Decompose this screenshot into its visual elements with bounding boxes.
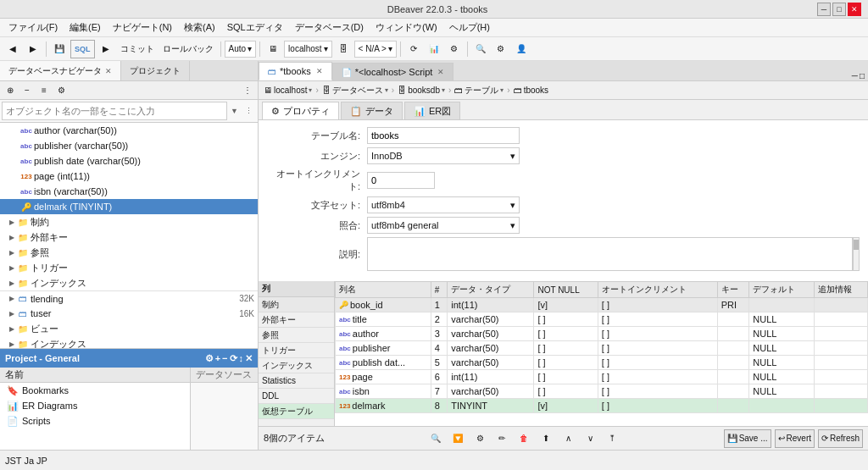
window-controls[interactable]: ─ □ ✕ [817, 3, 861, 16]
panel-minimize-btn[interactable]: ─ [852, 71, 858, 80]
project-add-btn[interactable]: + [215, 353, 220, 364]
settings-footer-btn[interactable]: ⚙ [470, 429, 489, 448]
project-refresh-btn[interactable]: ⟳ [230, 353, 237, 364]
table-row[interactable]: abctitle 2 varchar(50) [ ] [ ] NULL [336, 312, 868, 327]
nav-more-btn[interactable]: ⋮ [239, 83, 256, 98]
toolbar-search-btn[interactable]: 🔍 [471, 40, 490, 58]
script-tab-close[interactable]: ✕ [437, 68, 444, 76]
tab-script[interactable]: 📄 *<localhost> Script ✕ [332, 63, 454, 80]
table-row[interactable]: abcauthor 3 varchar(50) [ ] [ ] NULL [336, 327, 868, 341]
project-item-bookmarks[interactable]: 🔖 Bookmarks [0, 383, 190, 398]
toolbar-commit-btn[interactable]: コミット [117, 40, 158, 58]
minimize-button[interactable]: ─ [817, 3, 831, 16]
project-remove-btn[interactable]: − [222, 353, 227, 364]
tree-item-tlending[interactable]: ▶ 🗃 tlending 32K [0, 290, 258, 306]
toolbar-host-icon[interactable]: 🖥 [264, 40, 282, 58]
delete-footer-btn[interactable]: 🗑 [515, 429, 533, 448]
menu-item-n[interactable]: ナビゲート(N) [108, 19, 177, 36]
tbooks-tab-close[interactable]: ✕ [316, 67, 323, 75]
move-up-btn[interactable]: ⤒ [603, 429, 621, 448]
toolbar-action2[interactable]: 📊 [425, 40, 443, 58]
sub-tab-data[interactable]: 📋 データ [341, 102, 403, 119]
tab-project[interactable]: プロジェクト [121, 61, 190, 80]
table-row[interactable]: abcpublisher 4 varchar(50) [ ] [ ] NULL [336, 341, 868, 356]
nav-collapse-btn[interactable]: − [19, 83, 36, 98]
project-item-erdiagrams[interactable]: 📊 ER Diagrams [0, 398, 190, 413]
project-close-btn[interactable]: ✕ [245, 353, 253, 364]
tree-item-view[interactable]: ▶ 📁 ビュー [0, 321, 258, 336]
tree-item-publisher[interactable]: abc publisher (varchar(50)) [0, 138, 258, 153]
maximize-button[interactable]: □ [832, 3, 846, 16]
tab-navigator[interactable]: データベースナビゲータ ✕ [0, 61, 121, 80]
nav-down-btn[interactable]: ∨ [581, 429, 599, 448]
menu-item-h[interactable]: ヘルプ(H) [444, 19, 495, 36]
tree-item-trigger[interactable]: ▶ 📁 トリガー [0, 260, 258, 275]
menu-item-d[interactable]: データベース(D) [290, 19, 369, 36]
toolbar-forward-btn[interactable]: ▶ [24, 40, 42, 58]
toolbar-na-dropdown[interactable]: < N/A > ▾ [354, 41, 397, 58]
tree-item-reference[interactable]: ▶ 📁 参照 [0, 245, 258, 260]
nav-expand-btn[interactable]: ≡ [36, 83, 53, 98]
toolbar-localhost-dropdown[interactable]: localhost ▾ [284, 41, 331, 58]
breadcrumb-database[interactable]: 🗄 データベース ▾ [322, 85, 388, 97]
menu-item-f[interactable]: ファイル(F) [3, 19, 63, 36]
tab-tbooks[interactable]: 🗃 *tbooks ✕ [259, 62, 332, 80]
sub-tab-properties[interactable]: ⚙ プロパティ [262, 102, 339, 119]
toolbar-back-btn[interactable]: ◀ [3, 40, 22, 58]
breadcrumb-tbooks[interactable]: 🗃 tbooks [514, 86, 548, 95]
tree-item-isbn[interactable]: abc isbn (varchar(50)) [0, 184, 258, 199]
filter-icon[interactable]: ▼ [227, 107, 242, 115]
tree-item-delmark[interactable]: 🔑 delmark (TINYINT) [0, 199, 258, 214]
table-row[interactable]: 123delmark 8 TINYINT [v] [ ] [336, 399, 868, 413]
toolbar-save-btn[interactable]: 💾 [50, 40, 69, 58]
filter-footer-btn[interactable]: 🔽 [448, 429, 467, 448]
tree-item-foreignkey[interactable]: ▶ 📁 外部キー [0, 229, 258, 245]
table-row[interactable]: 🔑book_id 1 int(11) [v] [ ] PRI [336, 298, 868, 312]
description-input[interactable] [367, 237, 853, 271]
toolbar-db-icon[interactable]: 🗄 [334, 40, 353, 58]
toolbar-user-btn[interactable]: 👤 [512, 40, 531, 58]
chevron-down-icon[interactable]: ▾ [385, 86, 388, 94]
table-row[interactable]: 123page 6 int(11) [ ] [ ] NULL [336, 370, 868, 384]
chevron-down-icon[interactable]: ▾ [442, 86, 445, 94]
menu-item-a[interactable]: 検索(A) [179, 19, 220, 36]
autoincrement-input[interactable] [367, 172, 435, 189]
refresh-btn[interactable]: ⟳ Refresh [818, 429, 863, 448]
save-btn[interactable]: 💾 Save ... [724, 429, 771, 448]
close-button[interactable]: ✕ [848, 3, 861, 16]
chevron-down-icon[interactable]: ▾ [309, 86, 312, 94]
nav-connect-btn[interactable]: ⊕ [2, 83, 19, 98]
toolbar-settings-btn[interactable]: ⚙ [492, 40, 510, 58]
breadcrumb-booksdb[interactable]: 🗄 booksdb ▾ [398, 86, 445, 95]
chevron-down-icon[interactable]: ▾ [500, 86, 504, 94]
project-collapse-btn[interactable]: ↕ [239, 353, 244, 364]
tree-item-author[interactable]: abc author (varchar(50)) [0, 123, 258, 138]
tree-item-constraint[interactable]: ▶ 📁 制約 [0, 214, 258, 229]
navigator-tab-close[interactable]: ✕ [105, 67, 112, 75]
toolbar-action1[interactable]: ⟳ [404, 40, 423, 58]
tree-item-page[interactable]: 123 page (int(11)) [0, 169, 258, 184]
tree-item-tuser[interactable]: ▶ 🗃 tuser 16K [0, 306, 258, 321]
collation-select[interactable]: utf8mb4 general ▾ [367, 217, 520, 234]
nav-settings-btn[interactable]: ⚙ [53, 83, 70, 98]
tree-item-index[interactable]: ▶ 📁 インデックス [0, 275, 258, 290]
nav-search-input[interactable] [2, 102, 227, 120]
toolbar-auto-dropdown[interactable]: Auto ▾ [225, 41, 257, 58]
toolbar-rollback-btn[interactable]: ロールバック [159, 40, 217, 58]
copy-footer-btn[interactable]: ⬆ [537, 429, 555, 448]
tree-item-publishdate[interactable]: abc publish date (varchar(50)) [0, 153, 258, 169]
project-item-scripts[interactable]: 📄 Scripts [0, 413, 190, 429]
breadcrumb-table[interactable]: 🗃 テーブル ▾ [454, 85, 504, 97]
toolbar-action3[interactable]: ⚙ [445, 40, 464, 58]
edit-footer-btn[interactable]: ✏ [492, 429, 511, 448]
more-icon[interactable]: ⋮ [242, 107, 256, 115]
toolbar-sql-btn[interactable]: SQL [70, 40, 95, 58]
search-footer-btn[interactable]: 🔍 [426, 429, 445, 448]
engine-select[interactable]: InnoDB ▾ [367, 147, 520, 164]
table-row[interactable]: abcpublish dat... 5 varchar(50) [ ] [ ] … [336, 356, 868, 370]
charset-select[interactable]: utf8mb4 ▾ [367, 196, 520, 213]
revert-btn[interactable]: ↩ Revert [775, 429, 815, 448]
project-settings-btn[interactable]: ⚙ [205, 353, 214, 364]
nav-up-btn[interactable]: ∧ [559, 429, 577, 448]
table-row[interactable]: abcisbn 7 varchar(50) [ ] [ ] NULL [336, 384, 868, 399]
